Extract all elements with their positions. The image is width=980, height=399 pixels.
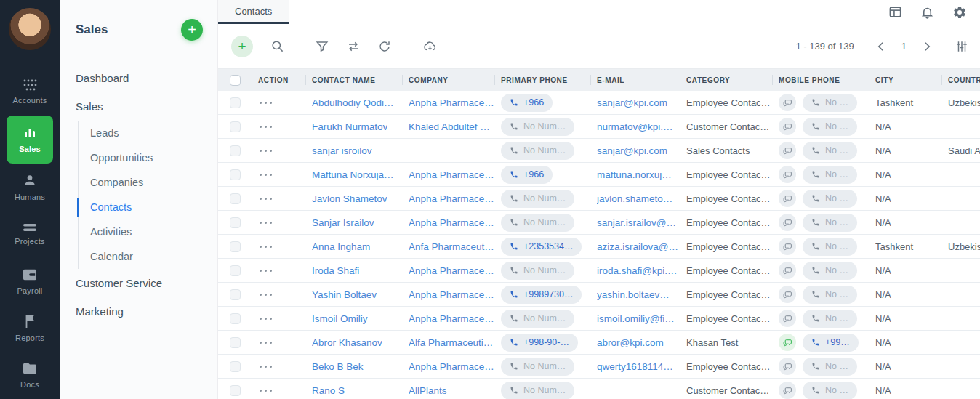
email-link[interactable]: nurmatov@kpi.… — [597, 121, 673, 132]
layout-icon[interactable] — [888, 5, 902, 19]
company-link[interactable]: Anpha Pharmace… — [409, 97, 494, 108]
company-link[interactable]: Anpha Pharmace… — [409, 289, 494, 300]
contact-name-link[interactable]: Abror Khasanov — [312, 337, 382, 348]
chat-icon-button[interactable] — [779, 286, 796, 303]
row-checkbox[interactable] — [230, 289, 241, 300]
mobile-phone-pill[interactable]: No … — [803, 118, 857, 136]
sidebar-item-humans[interactable]: Humans — [0, 164, 60, 211]
refresh-button[interactable] — [378, 40, 391, 53]
contact-name-link[interactable]: Javlon Shametov — [312, 193, 387, 204]
gear-icon[interactable] — [952, 5, 967, 20]
row-actions-button[interactable] — [258, 387, 273, 395]
column-header-category[interactable]: CATEGORY — [680, 69, 772, 91]
chat-icon-button[interactable] — [779, 238, 796, 255]
column-header-email[interactable]: E-MAIL — [590, 69, 680, 91]
column-settings-button[interactable] — [955, 40, 968, 53]
row-checkbox[interactable] — [230, 241, 241, 252]
column-header-mobile-phone[interactable]: MOBILE PHONE — [772, 69, 869, 91]
nav-item-customer-service[interactable]: Customer Service — [60, 269, 217, 297]
add-button[interactable]: + — [181, 19, 203, 41]
row-actions-button[interactable] — [258, 123, 273, 131]
contact-name-link[interactable]: Abdulhodiy Qodi… — [312, 97, 394, 108]
column-header-company[interactable]: COMPANY — [402, 69, 494, 91]
company-link[interactable]: Anpha Pharmace… — [409, 217, 494, 228]
row-actions-button[interactable] — [258, 291, 273, 299]
next-page-button[interactable] — [920, 41, 935, 52]
column-header-action[interactable]: ACTION — [252, 69, 305, 91]
chat-icon-button[interactable] — [779, 310, 796, 327]
contact-name-link[interactable]: sanjar isroilov — [312, 145, 372, 156]
tab-contacts[interactable]: Contacts — [218, 0, 289, 24]
bell-icon[interactable] — [920, 5, 934, 20]
primary-phone-pill[interactable]: No Num… — [501, 118, 574, 136]
email-link[interactable]: sanjar@kpi.com — [597, 145, 667, 156]
sidebar-item-sales[interactable]: Sales — [7, 116, 53, 164]
company-link[interactable]: Anpha Pharmace… — [409, 265, 494, 276]
row-actions-button[interactable] — [258, 219, 273, 227]
prev-page-button[interactable] — [873, 41, 888, 52]
contact-name-link[interactable]: Sanjar Israilov — [312, 217, 374, 228]
chat-icon-button[interactable] — [779, 142, 796, 159]
chat-icon-button[interactable] — [779, 118, 796, 135]
nav-item-sales[interactable]: Sales — [60, 92, 217, 121]
primary-phone-pill[interactable]: No Num… — [501, 310, 574, 328]
row-checkbox[interactable] — [230, 217, 241, 228]
row-actions-button[interactable] — [258, 339, 273, 347]
chat-icon-button[interactable] — [779, 262, 796, 279]
row-actions-button[interactable] — [258, 315, 273, 323]
add-contact-button[interactable]: + — [231, 36, 253, 57]
email-link[interactable]: ismoil.omiliy@fi… — [597, 313, 675, 324]
contact-name-link[interactable]: Maftuna Norxuja… — [312, 169, 394, 180]
chat-icon-button[interactable] — [779, 214, 796, 231]
sidebar-item-docs[interactable]: Docs — [0, 352, 60, 399]
chat-icon-button[interactable] — [779, 94, 796, 111]
contact-name-link[interactable]: Farukh Nurmatov — [312, 121, 387, 132]
primary-phone-pill[interactable]: +2353534… — [501, 238, 582, 256]
nav-item-calendar[interactable]: Calendar — [79, 244, 217, 269]
search-button[interactable] — [270, 39, 284, 53]
row-checkbox[interactable] — [230, 361, 241, 372]
chat-icon-button[interactable] — [779, 166, 796, 183]
contact-name-link[interactable]: Beko B Bek — [312, 361, 364, 372]
nav-item-leads[interactable]: Leads — [79, 121, 217, 145]
chat-icon-button[interactable] — [779, 334, 796, 351]
sidebar-item-accounts[interactable]: Accounts — [0, 69, 60, 116]
nav-item-activities[interactable]: Activities — [79, 219, 217, 244]
contact-name-link[interactable]: Ismoil Omiliy — [312, 313, 368, 324]
row-checkbox[interactable] — [230, 385, 241, 396]
mobile-phone-pill[interactable]: No … — [803, 262, 857, 280]
email-link[interactable]: maftuna.norxuj… — [597, 169, 672, 180]
row-actions-button[interactable] — [258, 195, 273, 203]
email-link[interactable]: iroda.shafi@kpi.… — [597, 265, 678, 276]
mobile-phone-pill[interactable]: No … — [803, 286, 857, 304]
row-checkbox[interactable] — [230, 265, 241, 276]
primary-phone-pill[interactable]: No Num… — [501, 190, 574, 208]
company-link[interactable]: Khaled Abdultef … — [409, 121, 490, 132]
email-link[interactable]: aziza.israilova@… — [597, 241, 678, 252]
company-link[interactable]: Alfa Pharmaceuti… — [409, 337, 493, 348]
company-link[interactable]: Anpha Pharmace… — [409, 169, 494, 180]
row-actions-button[interactable] — [258, 363, 273, 371]
row-checkbox[interactable] — [230, 313, 241, 324]
company-link[interactable]: AllPlants — [409, 385, 447, 396]
mobile-phone-pill[interactable]: No … — [803, 166, 857, 184]
filter-button[interactable] — [316, 40, 329, 53]
sidebar-item-payroll[interactable]: Payroll — [0, 258, 60, 305]
mobile-phone-pill[interactable]: No … — [803, 94, 857, 112]
primary-phone-pill[interactable]: No Num… — [501, 382, 574, 399]
mobile-phone-pill[interactable]: No … — [803, 310, 857, 328]
row-checkbox[interactable] — [230, 193, 241, 204]
email-link[interactable]: sanjar@kpi.com — [597, 97, 667, 108]
row-actions-button[interactable] — [258, 267, 273, 275]
email-link[interactable]: yashin.boltaev… — [597, 289, 670, 300]
primary-phone-pill[interactable]: No Num… — [501, 142, 574, 160]
contact-name-link[interactable]: Yashin Boltaev — [312, 289, 377, 300]
nav-item-opportunities[interactable]: Opportunities — [79, 145, 217, 170]
column-header-contact-name[interactable]: CONTACT NAME — [305, 69, 402, 91]
row-checkbox[interactable] — [230, 337, 241, 348]
user-avatar[interactable] — [0, 0, 60, 69]
swap-view-button[interactable] — [346, 40, 361, 53]
chat-icon-button[interactable] — [779, 190, 796, 207]
mobile-phone-pill[interactable]: +99… — [803, 334, 859, 352]
row-actions-button[interactable] — [258, 243, 273, 251]
